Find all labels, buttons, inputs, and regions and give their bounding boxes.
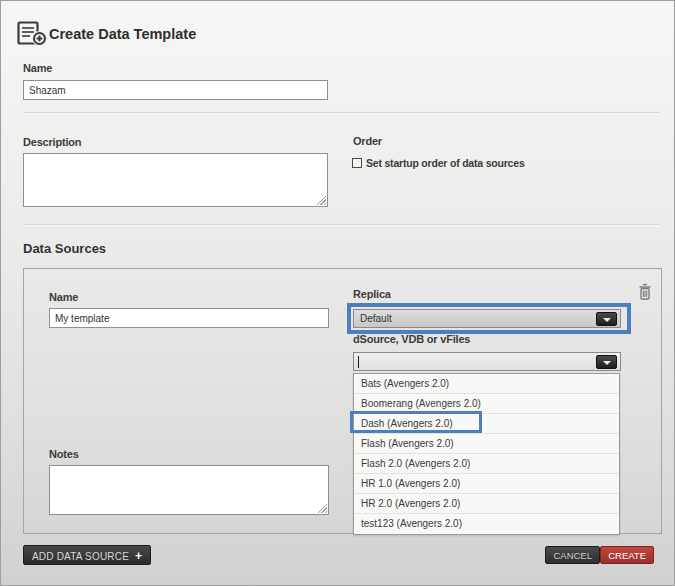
trash-icon[interactable] [638,283,652,300]
dsource-option[interactable]: Dash (Avengers 2.0) [354,414,619,434]
dsource-option[interactable]: Bats (Avengers 2.0) [354,374,619,394]
order-label: Order [353,135,382,147]
dsource-label: dSource, VDB or vFiles [353,333,470,345]
startup-order-checkbox[interactable] [352,158,362,168]
dsource-option[interactable]: Boomerang (Avengers 2.0) [354,394,619,414]
resize-handle-icon[interactable] [317,196,326,205]
cancel-button[interactable]: CANCEL [545,546,600,564]
add-data-source-label: ADD DATA SOURCE [32,551,129,562]
replica-selected-value: Default [360,313,392,324]
add-data-source-button[interactable]: ADD DATA SOURCE+ [23,545,151,565]
dsource-option[interactable]: Flash (Avengers 2.0) [354,434,619,454]
divider [23,112,659,114]
notes-textarea[interactable] [49,465,329,515]
name-input[interactable] [23,80,328,100]
dsource-combobox[interactable] [353,352,621,371]
chevron-down-icon[interactable] [596,355,617,369]
source-name-input[interactable] [49,308,329,328]
notes-label: Notes [49,448,79,460]
dsource-option-list: Bats (Avengers 2.0) Boomerang (Avengers … [353,373,620,535]
divider [23,224,659,226]
create-data-template-dialog: Create Data Template Name Description Or… [0,0,675,586]
text-caret [358,356,359,368]
dsource-option[interactable]: HR 1.0 (Avengers 2.0) [354,474,619,494]
resize-handle-icon[interactable] [318,504,327,513]
description-textarea[interactable] [23,153,328,207]
description-label: Description [23,136,81,148]
page-title: Create Data Template [49,26,196,42]
create-button[interactable]: CREATE [600,546,654,564]
data-source-card: Name Notes Replica Default dSource, VDB … [23,268,662,534]
replica-label: Replica [353,288,391,300]
source-name-label: Name [49,291,78,303]
data-sources-heading: Data Sources [23,241,106,256]
name-label: Name [23,62,52,74]
create-label: CREATE [608,550,646,561]
dsource-option[interactable]: HR 2.0 (Avengers 2.0) [354,494,619,514]
plus-icon: + [135,549,142,563]
cancel-label: CANCEL [553,550,592,561]
dsource-option[interactable]: test123 (Avengers 2.0) [354,514,619,534]
replica-dropdown[interactable]: Default [353,309,621,328]
dsource-option[interactable]: Flash 2.0 (Avengers 2.0) [354,454,619,474]
startup-order-checkbox-label: Set startup order of data sources [366,157,525,169]
document-plus-icon [17,21,47,47]
chevron-down-icon[interactable] [596,312,617,326]
